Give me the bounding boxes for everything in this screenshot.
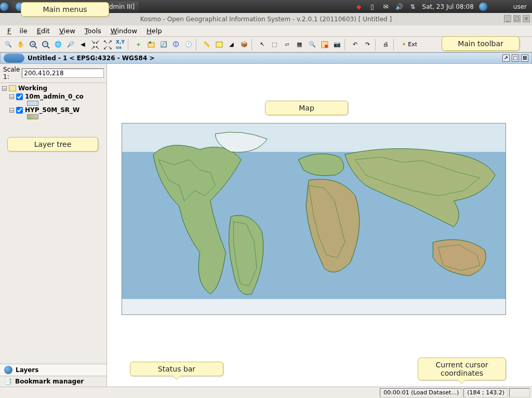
add-layer[interactable]: ＋ (132, 38, 144, 50)
box-tool[interactable]: 📦 (238, 38, 250, 50)
reload-layer[interactable]: 🔄 (157, 38, 169, 50)
clock[interactable]: Sat, 23 Jul 08:08 (422, 3, 474, 10)
layer2-swatch (27, 114, 38, 119)
extensions-button[interactable]: ✦Ext (398, 38, 421, 50)
svg-rect-7 (216, 42, 222, 47)
world-map-display[interactable] (122, 123, 506, 315)
layer1-label[interactable]: 10m_admin_0_co (25, 93, 84, 100)
battery-icon[interactable]: ▯ (368, 3, 377, 11)
minimize-button[interactable]: _ (504, 15, 511, 22)
globe-icon (4, 366, 12, 374)
map-frame-bar: Untitled - 1 < EPSG:4326 - WGS84 > ↗ □ ⊠ (0, 52, 532, 64)
snapshot-tool[interactable]: 📷 (331, 38, 343, 50)
add-wms[interactable] (145, 38, 157, 50)
scale-input[interactable] (22, 68, 104, 78)
frame-detach[interactable]: ↗ (502, 54, 510, 62)
start-menu-icon[interactable] (0, 3, 8, 11)
network-icon[interactable]: ⇅ (409, 3, 417, 11)
select-pointer[interactable]: ↖ (256, 38, 268, 50)
callout-status-bar: Status bar (130, 362, 223, 376)
close-button[interactable]: × (523, 15, 530, 22)
maximize-button[interactable]: □ (513, 15, 521, 22)
callout-main-menus: Main menus (21, 2, 109, 17)
zoom-prev[interactable]: ◀ (77, 38, 89, 50)
layer-sidebar: Scale 1: − Working − 10m_admin_0_co − HY… (0, 64, 107, 387)
print[interactable]: 🖨 (380, 38, 392, 50)
callout-map: Map (265, 101, 348, 115)
menu-file[interactable]: File (3, 26, 32, 36)
zoom-layer[interactable]: 🔎 (64, 38, 76, 50)
frame-close[interactable]: ⊠ (521, 54, 528, 62)
update-icon[interactable]: ◆ (355, 3, 363, 11)
layer1-checkbox[interactable] (16, 93, 23, 100)
zoom-selection-in[interactable]: ↘↙↗↖ (89, 38, 101, 50)
callout-cursor-coords: Current cursor coordinates (418, 358, 506, 380)
measure-angle[interactable]: ◢ (225, 38, 237, 50)
svg-line-4 (47, 46, 49, 48)
menu-tools[interactable]: Tools (81, 26, 105, 36)
svg-point-9 (325, 45, 328, 48)
measure-area[interactable] (213, 38, 225, 50)
browser-tray-icon[interactable] (479, 3, 487, 11)
menu-window[interactable]: Window (107, 26, 141, 36)
measure-distance[interactable]: 📏 (201, 38, 212, 50)
callout-main-toolbar: Main toolbar (442, 36, 520, 51)
map-frame-title: Untitled - 1 < EPSG:4326 - WGS84 > (28, 54, 155, 62)
query-builder[interactable]: 🔍 (306, 38, 318, 50)
select-poly[interactable]: ▱ (281, 38, 293, 50)
svg-line-1 (35, 46, 37, 48)
folder-icon (9, 85, 16, 91)
callout-layer-tree: Layer tree (7, 137, 98, 152)
info-tool[interactable]: ⓘ (170, 38, 182, 50)
window-title: Kosmo - Open Geographical Information Sy… (140, 16, 392, 23)
status-bar: 00:00:01 (Load Dataset...) (184 ; 143.2) (0, 387, 532, 398)
menu-view[interactable]: View (55, 26, 79, 36)
volume-icon[interactable]: 🔊 (395, 3, 404, 11)
bookmark-icon: 📑 (4, 378, 12, 385)
tree-toggle-layer2[interactable]: − (9, 108, 14, 113)
zoom-extent[interactable]: 🌐 (52, 38, 64, 50)
svg-text:−: − (44, 41, 48, 46)
zoom-out[interactable]: − (39, 38, 51, 50)
frame-maximize[interactable]: □ (512, 54, 519, 62)
scale-label: Scale 1: (3, 66, 20, 80)
svg-text:+: + (31, 42, 35, 47)
tree-toggle-layer1[interactable]: − (9, 94, 14, 99)
status-load: 00:00:01 (Load Dataset...) (380, 388, 462, 397)
menu-edit[interactable]: Edit (33, 26, 54, 36)
attribute-table[interactable]: ▦ (294, 38, 305, 50)
tab-layers[interactable]: Layers (0, 364, 107, 376)
pan-tool[interactable]: ✋ (15, 38, 26, 50)
layer2-label[interactable]: HYP_50M_SR_W (25, 106, 79, 114)
map-frame-icon (4, 53, 24, 63)
status-coords: (184 ; 143.2) (463, 388, 508, 397)
mail-icon[interactable]: ✉ (382, 3, 390, 11)
select-rect[interactable]: ⬚ (269, 38, 281, 50)
time-tool[interactable]: 🕐 (182, 38, 194, 50)
xy-goto[interactable]: X,YIDE (114, 38, 126, 50)
filter-tool[interactable] (318, 38, 330, 50)
status-empty (509, 388, 530, 397)
tree-toggle-root[interactable]: − (2, 86, 7, 91)
menu-bar: File Edit View Tools Window Help (0, 25, 532, 37)
svg-rect-12 (122, 299, 506, 314)
layer2-checkbox[interactable] (16, 107, 23, 114)
redo[interactable]: ↷ (362, 38, 374, 50)
undo[interactable]: ↶ (349, 38, 361, 50)
user-label[interactable]: user (513, 3, 527, 10)
zoom-in[interactable]: + (27, 38, 39, 50)
tab-bookmark-manager[interactable]: 📑 Bookmark manager (0, 376, 107, 387)
layer-tree[interactable]: − Working − 10m_admin_0_co − HYP_50M_SR_… (0, 83, 107, 364)
zoom-selection-out[interactable]: ↖↗↙↘ (102, 38, 114, 50)
menu-help[interactable]: Help (142, 26, 166, 36)
tree-root-label: Working (18, 85, 47, 92)
zoom-tool[interactable]: 🔍 (2, 38, 14, 50)
layer1-swatch (27, 101, 38, 106)
